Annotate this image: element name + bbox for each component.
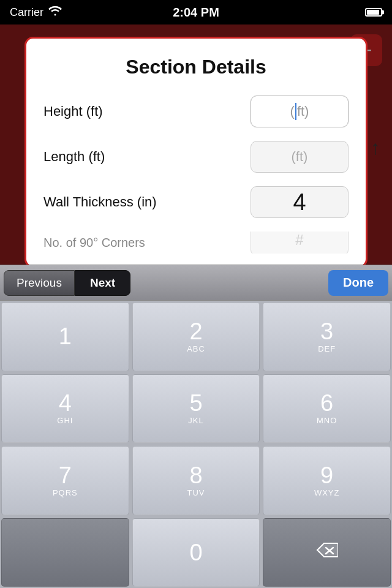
- key-5[interactable]: 5 JKL: [132, 374, 260, 443]
- battery-icon: [365, 8, 382, 17]
- length-placeholder: (ft): [292, 149, 308, 165]
- corners-label: No. of 90° Corners: [43, 236, 145, 250]
- corners-row: No. of 90° Corners #: [43, 232, 349, 254]
- wall-thickness-value: 4: [293, 189, 306, 216]
- length-label: Length (ft): [43, 149, 105, 165]
- key-4[interactable]: 4 GHI: [1, 374, 129, 443]
- modal-title: Section Details: [43, 56, 349, 78]
- corners-placeholder: #: [295, 232, 303, 249]
- numeric-keyboard: 1 2 ABC 3 DEF 4 GHI 5 JKL 6 MNO 7 PQRS 8: [0, 300, 392, 588]
- length-input[interactable]: (ft): [251, 141, 349, 173]
- scroll-arrow: ↑: [371, 137, 380, 159]
- height-input[interactable]: ( ft): [251, 96, 349, 127]
- status-bar: Carrier 2:04 PM: [0, 0, 392, 24]
- key-7[interactable]: 7 PQRS: [1, 446, 129, 515]
- length-row: Length (ft) (ft): [43, 141, 349, 173]
- wall-thickness-label: Wall Thickness (in): [43, 194, 157, 210]
- key-empty: [1, 518, 129, 587]
- key-3[interactable]: 3 DEF: [263, 302, 391, 371]
- wall-thickness-row: Wall Thickness (in) 4: [43, 186, 349, 218]
- wifi-icon: [48, 6, 62, 19]
- key-0[interactable]: 0: [132, 518, 260, 587]
- delete-key[interactable]: [263, 518, 391, 587]
- height-placeholder: (: [290, 104, 295, 119]
- next-button[interactable]: Next: [75, 270, 130, 296]
- previous-button[interactable]: Previous: [4, 270, 75, 296]
- height-label: Height (ft): [43, 104, 103, 119]
- height-row: Height (ft) ( ft): [43, 96, 349, 127]
- status-bar-time: 2:04 PM: [173, 6, 219, 20]
- app-background: + ↑ Section Details Height (ft) ( ft) Le…: [0, 24, 392, 588]
- key-2[interactable]: 2 ABC: [132, 302, 260, 371]
- text-cursor: [295, 103, 296, 120]
- status-bar-left: Carrier: [10, 6, 62, 19]
- done-button[interactable]: Done: [328, 270, 388, 296]
- carrier-label: Carrier: [10, 6, 43, 19]
- corners-input[interactable]: #: [251, 232, 349, 254]
- wall-thickness-input[interactable]: 4: [251, 186, 349, 218]
- modal-card: ↑ Section Details Height (ft) ( ft) Leng…: [24, 37, 368, 268]
- status-bar-right: [365, 8, 382, 17]
- key-6[interactable]: 6 MNO: [263, 374, 391, 443]
- delete-icon: [316, 542, 338, 562]
- keyboard-toolbar: Previous Next Done: [0, 265, 392, 300]
- key-9[interactable]: 9 WXYZ: [263, 446, 391, 515]
- height-placeholder-ft: ft): [297, 104, 309, 119]
- key-1[interactable]: 1: [1, 302, 129, 371]
- key-8[interactable]: 8 TUV: [132, 446, 260, 515]
- toolbar-nav-buttons: Previous Next: [0, 270, 328, 296]
